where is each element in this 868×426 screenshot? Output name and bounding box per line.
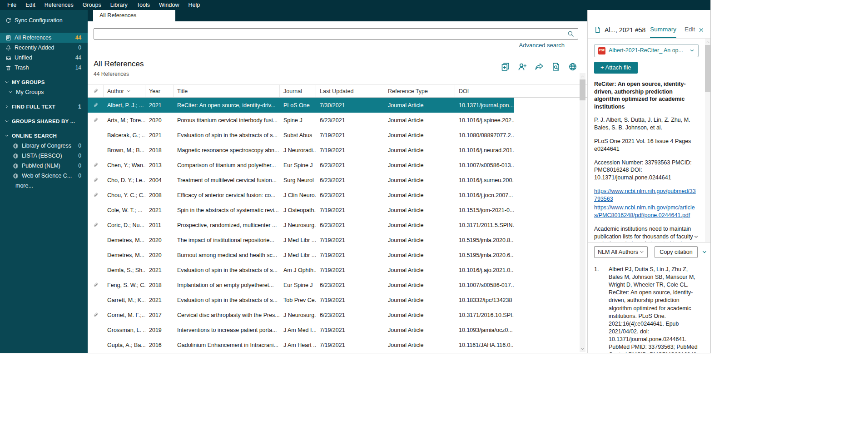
attach-file-button[interactable]: + Attach file [594,62,638,74]
close-icon [699,27,704,33]
menu-window[interactable]: Window [154,0,184,10]
cell-attach [88,143,104,158]
citation-expand-button[interactable] [700,246,709,258]
advanced-search-link[interactable]: Advanced search [519,42,565,49]
summary-scroll-hint-icon [694,234,699,239]
sidebar-item-recently-added[interactable]: Recently Added0 [0,43,88,53]
menu-file[interactable]: File [3,0,21,10]
menu-references[interactable]: References [40,0,78,10]
list-header-titles: All References 44 References [94,59,144,77]
search-icon-wrap[interactable] [567,30,574,37]
record-link[interactable]: https://www.ncbi.nlm.nih.gov/pubmed/3379… [594,188,699,203]
sidebar-section-find-full-text[interactable]: FIND FULL TEXT1 [0,102,88,112]
record-link[interactable]: https://www.ncbi.nlm.nih.gov/pmc/article… [594,204,699,219]
sidebar-item-library-of-congress[interactable]: Library of Congress0 [0,141,88,151]
column-header-updated[interactable]: Last Updated [316,85,384,97]
menu-tools[interactable]: Tools [132,0,154,10]
cell-title: Gadolinium Enhancement in Intracrani... [174,337,280,352]
column-header-author[interactable]: Author [104,85,145,97]
column-header-doi[interactable]: DOI [455,85,514,97]
column-header-title[interactable]: Title [174,85,280,97]
cell-year: 2021 [145,292,174,307]
reference-row[interactable]: Cole, W. T.; ...2021Spin in the abstract… [88,203,514,218]
sidebar-section-my-groups[interactable]: MY GROUPS [0,77,88,87]
reference-row[interactable]: Cho, D. Y.; Le...2004Treatment of multil… [88,173,514,188]
reference-row[interactable]: Grossman, L. ...2019Interventions to inc… [88,322,514,337]
cell-doi: 10.1080/08897077.2... [455,128,514,143]
cell-title: Evaluation of spin in the abstracts of s… [174,128,280,143]
column-header-year[interactable]: Year [145,85,174,97]
menu-groups[interactable]: Groups [78,0,106,10]
reference-row[interactable]: Demetres, M...2020Burnout among medical … [88,248,514,263]
sidebar-item-lista-ebsco[interactable]: LISTA (EBSCO)0 [0,151,88,161]
column-header-type[interactable]: Reference Type [384,85,455,97]
reference-row[interactable]: Arts, M.; Tore...2020Porous titanium cer… [88,113,514,128]
reference-row[interactable]: Balcerak, G.; ...2021Evaluation of spin … [88,128,514,143]
group-count: 0 [78,173,82,179]
cell-doi: 10.1007/s00586-017... [455,277,514,292]
cell-doi: 10.1007/s00586-013... [455,158,514,173]
tab-all-references[interactable]: All References [93,10,175,21]
find-fulltext-button[interactable] [551,62,560,71]
panel-tab-summary[interactable]: Summary [650,21,676,38]
column-label: Author [107,88,124,94]
reference-row[interactable]: Chen, Y.; Wan...2013Comparison of titani… [88,158,514,173]
sidebar-item-unfiled[interactable]: Unfiled44 [0,53,88,63]
reference-row[interactable]: Demla, S.; Sh...2021Evaluation of spin i… [88,263,514,277]
scroll-up-icon[interactable] [580,73,585,79]
export-button[interactable] [535,62,544,71]
reference-row[interactable]: Chou, Y. C.; C...2008Efficacy of anterio… [88,188,514,203]
reference-actions [501,62,577,71]
attachment-dropdown[interactable]: PDF Albert-2021-ReCiter_ An op... [594,44,699,57]
online-search-button[interactable] [568,62,577,71]
reference-row[interactable]: Gupta, A.; Ba...2016Gadolinium Enhanceme… [88,337,514,352]
reference-row[interactable]: Albert, P. J.; ...2021ReCiter: An open s… [88,98,514,113]
sidebar-item-label: Sync Configuration [15,17,82,24]
reference-row[interactable]: Coric, D.; Nu...2011Prospective, randomi… [88,218,514,233]
panel-scrollbar[interactable] [705,39,710,242]
sidebar-more[interactable]: more... [0,181,88,191]
reference-row[interactable]: Demetres, M...2020The impact of institut… [88,233,514,248]
search-input[interactable] [94,31,567,37]
unfiled-icon [5,55,11,61]
panel-scroll-up-icon[interactable] [705,39,710,45]
reference-row[interactable]: Brown, M.; B...2018Magnetic resonance sp… [88,143,514,158]
citation-style-select[interactable]: NLM All Authors [594,246,648,258]
sidebar-section-groups-shared-by[interactable]: GROUPS SHARED BY ... [0,116,88,126]
reference-row[interactable]: Garrett, M.; K...2021Evaluation of spin … [88,292,514,307]
menu-edit[interactable]: Edit [21,0,40,10]
scroll-down-icon[interactable] [580,346,585,352]
sidebar-item-trash[interactable]: Trash14 [0,63,88,73]
cell-author: Demetres, M... [104,248,145,263]
list-scrollbar-thumb[interactable] [580,79,585,100]
reference-row[interactable]: Gornet, M. F.;...2017Cervical disc arthr… [88,307,514,322]
globe-icon [13,163,19,169]
copy-plus-icon [501,62,510,71]
sidebar-item-all-references[interactable]: All References44 [0,33,88,43]
share-library-button[interactable] [518,62,527,71]
advanced-search-row: Advanced search [94,40,578,50]
column-header-attach[interactable] [88,85,104,97]
cell-attach [88,263,104,277]
list-scrollbar[interactable] [580,73,585,352]
sidebar-section-online-search[interactable]: ONLINE SEARCH [0,131,88,141]
paperclip-icon [93,312,99,318]
menu-library[interactable]: Library [106,0,132,10]
sidebar-item-pubmed-nlm[interactable]: PubMed (NLM)0 [0,161,88,171]
cell-author: Balcerak, G.; ... [104,128,145,143]
copy-references-button[interactable] [501,62,510,71]
cell-author: Cho, D. Y.; Le... [104,173,145,188]
sidebar-item-web-of-science-c[interactable]: Web of Science C...0 [0,171,88,181]
reference-row[interactable]: Feng, S. W.; C...2018Implantation of an … [88,277,514,292]
menu-help[interactable]: Help [184,0,205,10]
cell-updated: 6/23/2021 [316,218,384,233]
sidebar-item-my-groups[interactable]: My Groups [0,87,88,97]
cell-journal: J Clin Neuro... [280,188,316,203]
panel-tab-edit[interactable]: Edit [684,21,695,38]
globe-icon [13,143,19,149]
column-header-journal[interactable]: Journal [280,85,316,97]
panel-close-button[interactable] [697,25,706,35]
sidebar-item-sync-configuration[interactable]: Sync Configuration [0,15,88,25]
copy-citation-button[interactable]: Copy citation [655,246,698,258]
panel-scrollbar-thumb[interactable] [705,45,710,92]
